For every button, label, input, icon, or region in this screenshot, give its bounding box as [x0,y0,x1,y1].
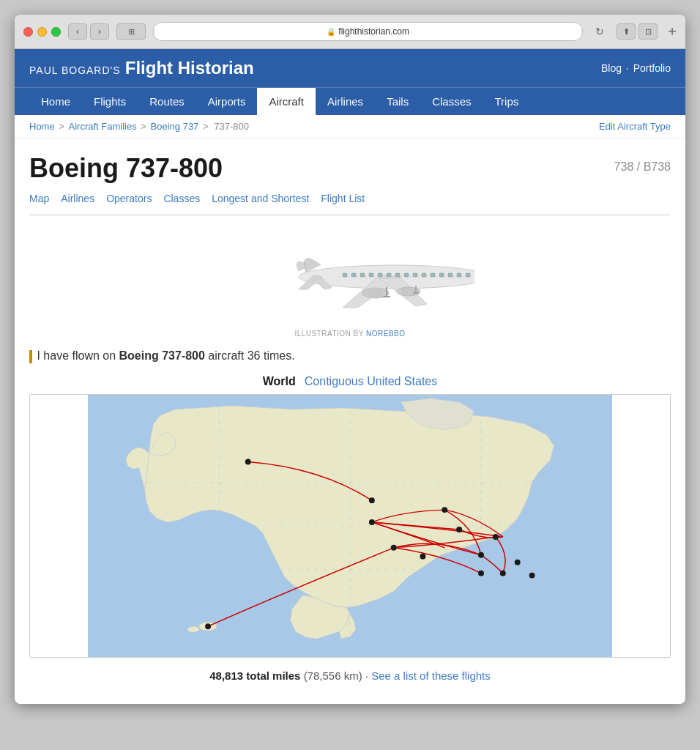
svg-point-34 [205,623,211,629]
map-tab-contiguous[interactable]: Contiguous United States [305,375,437,388]
breadcrumb-sep1: > [59,121,67,132]
aircraft-title: Boeing 737-800 [29,153,223,184]
add-tab-button[interactable]: + [668,23,677,40]
nav-airlines[interactable]: Airlines [316,88,375,115]
svg-point-41 [456,527,462,532]
nav-tails[interactable]: Tails [375,88,420,115]
nav-flights[interactable]: Flights [82,88,138,115]
svg-point-44 [500,570,506,576]
url-text: flighthistorian.com [338,26,409,37]
site-title-light: PAUL BOGARD'S [29,64,121,76]
header-separator: · [626,62,632,74]
browser-chrome: ‹ › ⊞ 🔒 flighthistorian.com ↻ ⬆ ⊡ + [15,15,685,49]
svg-rect-14 [422,273,426,277]
address-bar[interactable]: 🔒 flighthistorian.com [153,22,583,41]
breadcrumb-family[interactable]: Boeing 737 [151,121,199,132]
forward-button[interactable]: › [90,23,109,40]
portfolio-link[interactable]: Portfolio [633,62,671,74]
svg-rect-16 [439,273,444,277]
svg-point-27 [187,626,199,632]
nav-buttons: ‹ › [68,23,109,40]
svg-point-46 [529,572,535,578]
svg-point-39 [420,554,425,560]
aircraft-header: Boeing 737-800 738 / B738 [29,153,671,184]
nav-aircraft[interactable]: Aircraft [257,88,316,115]
svg-rect-17 [448,273,453,277]
breadcrumb-bar: Home > Aircraft Families > Boeing 737 > … [15,115,685,138]
site-header: PAUL BOGARD'S Flight Historian Blog · Po… [15,49,685,87]
svg-point-40 [442,507,447,513]
flight-list-link[interactable]: See a list of these flights [371,669,491,682]
nav-classes[interactable]: Classes [420,88,483,115]
new-tab-button[interactable]: ⊡ [638,23,658,40]
breadcrumb: Home > Aircraft Families > Boeing 737 > … [29,121,250,132]
svg-rect-5 [343,273,347,277]
svg-point-45 [515,560,521,565]
svg-point-36 [369,497,375,503]
main-content: Boeing 737-800 738 / B738 Map Airlines O… [15,138,685,704]
subnav-flight-list[interactable]: Flight List [321,193,365,209]
map-tabs: World Contiguous United States [29,375,671,388]
site-title: PAUL BOGARD'S Flight Historian [29,58,254,78]
tab-list-button[interactable]: ⊞ [116,23,146,40]
sub-nav: Map Airlines Operators Classes Longest a… [29,193,671,215]
nav-home[interactable]: Home [29,88,82,115]
svg-rect-13 [413,273,417,277]
aircraft-code: 738 / B738 [614,160,671,174]
total-miles: 48,813 total miles [209,669,300,682]
svg-point-43 [493,534,499,540]
map-tab-world[interactable]: World [263,375,296,388]
svg-point-38 [391,545,397,551]
count-marker [29,350,32,363]
reload-button[interactable]: ↻ [590,23,609,40]
svg-rect-12 [404,273,409,277]
close-button[interactable] [23,27,33,37]
svg-rect-4 [402,289,415,294]
minimize-button[interactable] [37,27,47,37]
breadcrumb-current: 737-800 [214,121,249,132]
svg-rect-9 [378,273,382,277]
nav-airports[interactable]: Airports [196,88,258,115]
svg-point-42 [478,552,484,558]
edit-aircraft-link[interactable]: Edit Aircraft Type [599,121,671,132]
stats-separator: · [365,669,371,682]
site-title-bold: Flight Historian [125,58,254,78]
breadcrumb-families[interactable]: Aircraft Families [69,121,137,132]
blog-link[interactable]: Blog [601,62,622,74]
back-button[interactable]: ‹ [68,23,87,40]
nav-trips[interactable]: Trips [483,88,531,115]
svg-rect-7 [360,273,365,277]
svg-rect-15 [431,273,435,277]
maximize-button[interactable] [51,27,61,37]
stats-bar: 48,813 total miles (78,556 km) · See a l… [29,669,671,682]
aircraft-svg [226,227,474,322]
svg-rect-11 [395,273,400,277]
header-links: Blog · Portfolio [601,62,671,74]
svg-rect-18 [457,273,461,277]
svg-point-47 [478,570,484,576]
breadcrumb-sep3: > [203,121,211,132]
aircraft-name-inline: Boeing 737-800 [119,349,205,362]
lock-icon: 🔒 [327,28,335,36]
illustration-credit: ILLUSTRATION BY NOREBBO [29,330,671,338]
svg-point-35 [245,458,251,464]
subnav-operators[interactable]: Operators [106,193,152,209]
main-nav: Home Flights Routes Airports Aircraft Ai… [15,87,685,115]
nav-routes[interactable]: Routes [138,88,196,115]
share-button[interactable]: ⬆ [617,23,636,40]
svg-rect-6 [351,273,356,277]
subnav-longest-shortest[interactable]: Longest and Shortest [212,193,309,209]
map-wrapper [29,394,671,658]
svg-point-37 [369,519,375,525]
subnav-classes[interactable]: Classes [163,193,200,209]
subnav-airlines[interactable]: Airlines [61,193,94,209]
flight-count: I have flown on Boeing 737-800 aircraft … [29,349,671,363]
svg-rect-19 [466,273,470,277]
breadcrumb-sep2: > [141,121,149,132]
breadcrumb-home[interactable]: Home [29,121,55,132]
plane-illustration [29,227,671,325]
subnav-map[interactable]: Map [29,193,49,209]
norebbo-link[interactable]: NOREBBO [366,330,406,338]
traffic-lights [23,27,61,37]
svg-rect-2 [368,290,383,296]
